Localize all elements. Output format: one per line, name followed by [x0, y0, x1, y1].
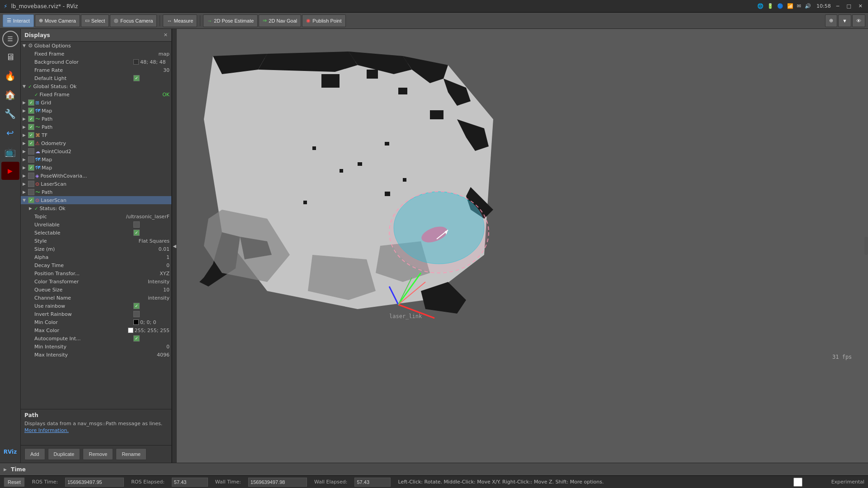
ls1-checkbox[interactable] — [28, 181, 34, 187]
tree-item-odometry[interactable]: ▶ ⚠ Odometry — [21, 139, 171, 147]
path3-checkbox[interactable] — [28, 189, 34, 195]
tree-item-ls2-min-color[interactable]: Min Color 0; 0; 0 — [21, 318, 171, 326]
tree-item-map2[interactable]: ▶ 🗺 Map — [21, 155, 171, 164]
map1-checkbox[interactable] — [28, 108, 34, 114]
move-camera-button[interactable]: ⊕ Move Camera — [35, 14, 80, 27]
tree-item-ls2-pos-transform[interactable]: Position Transfor... XYZ — [21, 269, 171, 277]
tree-item-laserscan2[interactable]: ▼ ⊙ LaserScan — [21, 196, 171, 204]
tree-item-laserscan1[interactable]: ▶ ⊙ LaserScan — [21, 180, 171, 188]
viewport[interactable]: laser_link 31 fps — [177, 29, 868, 463]
minimize-btn[interactable]: ─ — [835, 3, 841, 9]
experimental-checkbox[interactable] — [766, 478, 830, 487]
tree-item-ls2-size[interactable]: Size (m) 0.01 — [21, 245, 171, 253]
tree-panel[interactable]: ▼ ⚙ Global Options Fixed Frame map Backg… — [21, 42, 171, 409]
tree-item-fixed-frame-status[interactable]: ✓ Fixed Frame OK — [21, 90, 171, 99]
sidebar-icon-7[interactable]: ▶ — [1, 162, 19, 180]
path1-checkbox[interactable] — [28, 116, 34, 122]
tree-item-ls2-color-transformer[interactable]: Color Transformer Intensity — [21, 277, 171, 286]
tree-item-frame-rate[interactable]: Frame Rate 30 — [21, 66, 171, 74]
tree-item-ls2-autocompute[interactable]: Autocompute Int... — [21, 334, 171, 343]
odometry-checkbox[interactable] — [28, 140, 34, 146]
tree-item-path3[interactable]: ▶ 〜 Path — [21, 188, 171, 196]
close-btn[interactable]: ✕ — [857, 3, 864, 9]
tree-item-bg-color[interactable]: Background Color 48; 48; 48 — [21, 58, 171, 66]
ros-elapsed-input[interactable] — [172, 478, 208, 487]
ros-time-input[interactable] — [65, 478, 124, 487]
pose-cov-checkbox[interactable] — [28, 173, 34, 179]
focus-camera-button[interactable]: ◎ Focus Camera — [110, 14, 157, 27]
tree-item-ls2-style[interactable]: Style Flat Squares — [21, 237, 171, 245]
selectable-cb[interactable] — [133, 230, 140, 236]
invert-rainbow-cb[interactable] — [133, 311, 140, 317]
sidebar-icon-1[interactable]: 🖥 — [1, 48, 19, 66]
sidebar-icon-2[interactable]: 🔥 — [1, 67, 19, 85]
tree-item-ls2-topic[interactable]: Topic /ultrasonic_laserF — [21, 212, 171, 221]
wall-time-input[interactable] — [248, 478, 307, 487]
publish-point-button[interactable]: ◉ Publish Point — [302, 14, 345, 27]
interact-button[interactable]: ☰ Interact — [3, 14, 34, 27]
sidebar-icon-6[interactable]: 📺 — [1, 143, 19, 161]
2d-nav-button[interactable]: ⇒ 2D Nav Goal — [259, 14, 301, 27]
select-button[interactable]: ▭ Select — [81, 14, 109, 27]
map3-checkbox[interactable] — [28, 164, 34, 171]
tree-item-ls2-invert-rainbow[interactable]: Invert Rainbow — [21, 310, 171, 318]
sidebar-icon-3[interactable]: 🏠 — [1, 86, 19, 104]
unreliable-cb[interactable] — [133, 221, 140, 228]
viewport-resize-handle[interactable] — [864, 237, 868, 255]
tree-item-ls2-channel[interactable]: Channel Name intensity — [21, 294, 171, 302]
path2-checkbox[interactable] — [28, 124, 34, 130]
sidebar-icon-4[interactable]: 🔧 — [1, 105, 19, 123]
tree-item-map1[interactable]: ▶ 🗺 Map — [21, 107, 171, 115]
2d-pose-button[interactable]: → 2D Pose Estimate — [203, 14, 258, 27]
tree-item-global-status[interactable]: ▼ ✓ Global Status: Ok — [21, 82, 171, 90]
tree-item-ls2-queue[interactable]: Queue Size 10 — [21, 286, 171, 294]
rainbow-cb[interactable] — [133, 303, 140, 309]
tree-item-default-light[interactable]: Default Light — [21, 74, 171, 82]
reset-button[interactable]: Reset — [4, 477, 25, 487]
toolbar-extra-2[interactable]: ▼ — [838, 14, 851, 27]
default-light-checkbox[interactable] — [133, 75, 140, 81]
tree-item-ls2-status[interactable]: ▶ ✓ Status: Ok — [21, 204, 171, 212]
add-button[interactable]: Add — [24, 448, 45, 460]
maximize-btn[interactable]: □ — [844, 3, 853, 9]
tree-item-ls2-min-intensity[interactable]: Min Intensity 0 — [21, 343, 171, 351]
tree-item-pose-cov[interactable]: ▶ ◈ PoseWithCovaria... — [21, 172, 171, 180]
tree-item-tf[interactable]: ▶ ⌘ TF — [21, 131, 171, 139]
sidebar-icon-0[interactable]: ☰ — [2, 31, 19, 47]
tree-item-ls2-max-intensity[interactable]: Max Intensity 4096 — [21, 351, 171, 359]
remove-button[interactable]: Remove — [83, 448, 113, 460]
toolbar-extra-1[interactable]: ⊕ — [825, 14, 837, 27]
toolbar-extra-3[interactable]: 👁 — [852, 14, 865, 27]
collapse-handle[interactable]: ◀ — [172, 29, 177, 463]
tree-item-ls2-max-color[interactable]: Max Color 255; 255; 255 — [21, 326, 171, 334]
tree-item-ls2-unreliable[interactable]: Unreliable — [21, 221, 171, 229]
tree-item-path2[interactable]: ▶ 〜 Path — [21, 123, 171, 131]
sidebar-icon-5[interactable]: ↩ — [1, 124, 19, 142]
tree-item-global-options[interactable]: ▼ ⚙ Global Options — [21, 42, 171, 50]
displays-close-icon[interactable]: ✕ — [164, 32, 168, 38]
sidebar-icon-rviz[interactable]: RViz — [1, 443, 19, 461]
tf-checkbox[interactable] — [28, 132, 34, 138]
ls2-status-label: Status: Ok — [39, 206, 170, 211]
grid-checkbox[interactable] — [28, 99, 34, 106]
tree-item-fixed-frame-go[interactable]: Fixed Frame map — [21, 50, 171, 58]
tree-item-ls2-decay[interactable]: Decay Time 0 — [21, 261, 171, 269]
ls2-checkbox[interactable] — [28, 197, 34, 203]
tree-item-pointcloud2[interactable]: ▶ ☁ PointCloud2 — [21, 147, 171, 155]
autocompute-cb[interactable] — [133, 335, 140, 342]
tree-item-path1[interactable]: ▶ 〜 Path — [21, 115, 171, 123]
duplicate-button[interactable]: Duplicate — [48, 448, 80, 460]
pc2-checkbox[interactable] — [28, 148, 34, 155]
info-link[interactable]: More Information. — [24, 427, 69, 433]
tree-item-ls2-alpha[interactable]: Alpha 1 — [21, 253, 171, 261]
rename-button[interactable]: Rename — [116, 448, 146, 460]
measure-button[interactable]: ↔ Measure — [163, 14, 197, 27]
ff-status-value: OK — [133, 92, 170, 98]
tree-item-grid[interactable]: ▶ ⊞ Grid — [21, 99, 171, 107]
tree-item-ls2-selectable[interactable]: Selectable — [21, 229, 171, 237]
tree-item-ls2-rainbow[interactable]: Use rainbow — [21, 302, 171, 310]
map2-checkbox[interactable] — [28, 156, 34, 163]
wall-elapsed-input[interactable] — [354, 478, 391, 487]
tree-item-map3[interactable]: ▶ 🗺 Map — [21, 164, 171, 172]
time-expand-arrow[interactable]: ▶ — [4, 467, 8, 472]
